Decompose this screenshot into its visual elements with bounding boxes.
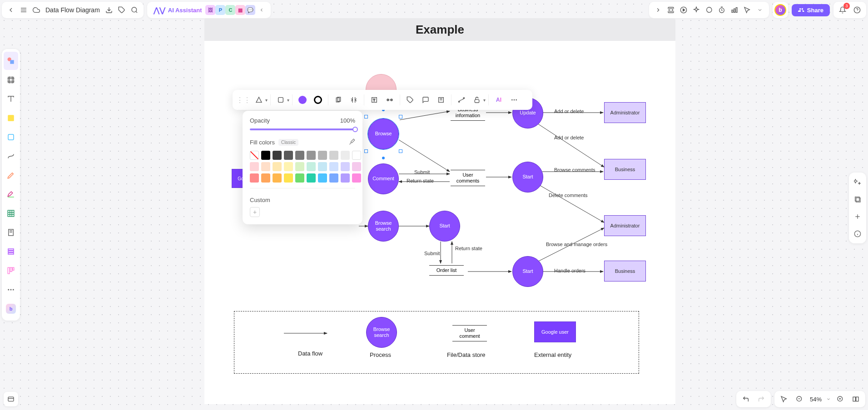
sticky-tool[interactable] bbox=[4, 109, 18, 127]
color-swatch[interactable] bbox=[273, 173, 282, 183]
node-comment[interactable]: Comment bbox=[368, 163, 399, 194]
cursor-button[interactable] bbox=[741, 4, 754, 16]
color-swatch[interactable] bbox=[250, 173, 259, 183]
color-swatch[interactable] bbox=[341, 173, 350, 183]
node-admin1[interactable]: Administrator bbox=[604, 102, 646, 123]
search-button[interactable] bbox=[128, 4, 141, 16]
doc-title[interactable]: Data Flow Diagram bbox=[43, 6, 103, 14]
color-popover[interactable]: Opacity 100% Fill colors Classic Custom … bbox=[243, 111, 362, 224]
select-mode-button[interactable] bbox=[777, 392, 791, 406]
eyedropper-button[interactable] bbox=[349, 138, 355, 146]
more-options-button[interactable] bbox=[507, 93, 521, 107]
selection-handle-tl[interactable] bbox=[364, 115, 368, 119]
ai-assistant-label[interactable]: AI Assistant bbox=[168, 7, 202, 14]
node-browse-selection[interactable]: Browse bbox=[366, 117, 401, 151]
magic-tool[interactable] bbox=[851, 175, 864, 189]
color-swatch[interactable] bbox=[352, 162, 361, 171]
color-swatch[interactable] bbox=[261, 151, 270, 160]
flip-button[interactable] bbox=[347, 93, 361, 107]
chat-button[interactable] bbox=[703, 4, 715, 16]
table-tool[interactable] bbox=[4, 204, 18, 222]
fill-color-button[interactable] bbox=[295, 93, 310, 107]
shape-type-button[interactable] bbox=[252, 93, 266, 107]
node-admin2[interactable]: Administrator bbox=[604, 215, 646, 236]
ai-collapse-button[interactable] bbox=[255, 4, 268, 16]
layers-tool[interactable] bbox=[851, 193, 864, 206]
play-button[interactable] bbox=[677, 4, 690, 16]
logo-pill[interactable]: b bbox=[773, 2, 788, 18]
zoom-percentage[interactable]: 54% bbox=[808, 396, 823, 403]
templates-tool[interactable]: b bbox=[4, 300, 18, 318]
timer-button[interactable] bbox=[715, 4, 728, 16]
tag-shape-button[interactable] bbox=[403, 93, 417, 107]
node-start-orders[interactable]: Start bbox=[512, 256, 543, 287]
text-style-button[interactable]: T bbox=[367, 93, 382, 107]
color-swatch[interactable] bbox=[329, 162, 338, 171]
shapes-tool[interactable] bbox=[4, 52, 18, 70]
legend-process-node[interactable]: Browse search bbox=[366, 317, 397, 348]
undo-button[interactable] bbox=[739, 392, 753, 406]
node-browse[interactable]: Browse bbox=[368, 119, 399, 149]
chevron-icon[interactable]: ▾ bbox=[265, 98, 268, 103]
color-swatch[interactable] bbox=[273, 162, 282, 171]
node-business2[interactable]: Business bbox=[604, 261, 646, 282]
help-button[interactable] bbox=[851, 4, 863, 16]
package-button[interactable] bbox=[665, 4, 677, 16]
avatar-chat[interactable]: 💬 bbox=[245, 5, 255, 15]
fit-button[interactable] bbox=[849, 392, 863, 406]
expand-button[interactable] bbox=[652, 4, 665, 16]
color-swatch[interactable] bbox=[261, 162, 270, 171]
opacity-slider[interactable] bbox=[250, 128, 355, 130]
avatar-c[interactable]: C bbox=[225, 5, 235, 15]
color-swatch[interactable] bbox=[341, 162, 350, 171]
add-custom-color-button[interactable]: + bbox=[250, 207, 260, 217]
add-tool[interactable] bbox=[851, 210, 864, 223]
note-button[interactable] bbox=[434, 93, 448, 107]
legend-store-node[interactable]: User comment bbox=[452, 325, 487, 341]
color-swatch[interactable] bbox=[307, 162, 316, 171]
color-swatch[interactable] bbox=[329, 151, 338, 160]
zoom-in-button[interactable] bbox=[833, 392, 847, 406]
connector-style-button[interactable] bbox=[454, 93, 469, 107]
link-button[interactable] bbox=[382, 93, 397, 107]
color-swatch[interactable] bbox=[284, 151, 293, 160]
kanban-tool[interactable] bbox=[4, 262, 18, 280]
color-swatch[interactable] bbox=[250, 151, 259, 160]
tag-button[interactable] bbox=[115, 4, 128, 16]
color-swatch[interactable] bbox=[318, 173, 327, 183]
color-swatch[interactable] bbox=[318, 151, 327, 160]
chevron-icon[interactable]: ▾ bbox=[483, 98, 486, 103]
avatar-p[interactable]: P bbox=[215, 5, 225, 15]
color-swatch[interactable] bbox=[295, 173, 304, 183]
stroke-color-button[interactable] bbox=[311, 93, 325, 107]
selection-handle-tr[interactable] bbox=[399, 115, 402, 119]
swap-shape-button[interactable] bbox=[273, 93, 288, 107]
back-button[interactable] bbox=[5, 4, 17, 16]
list-tool[interactable] bbox=[4, 242, 18, 261]
store-order-list[interactable]: Order list bbox=[429, 265, 464, 276]
shape-toolbar[interactable]: ⋮⋮ ▾ ▾ T ▾ AI bbox=[233, 90, 532, 110]
zoom-out-button[interactable] bbox=[793, 392, 806, 406]
copy-style-button[interactable] bbox=[331, 93, 346, 107]
chevron-icon[interactable]: ▾ bbox=[287, 98, 289, 103]
color-swatch[interactable] bbox=[329, 173, 338, 183]
classic-pill[interactable]: Classic bbox=[278, 139, 298, 146]
share-button[interactable]: Share bbox=[792, 4, 830, 16]
node-business1[interactable]: Business bbox=[604, 159, 646, 180]
zoom-chevron[interactable] bbox=[825, 392, 832, 406]
frame-tool[interactable] bbox=[4, 71, 18, 89]
color-swatch[interactable] bbox=[352, 173, 361, 183]
store-user-comments[interactable]: User comments bbox=[451, 170, 485, 186]
selection-handle-bl[interactable] bbox=[364, 149, 368, 153]
bottom-left-button[interactable] bbox=[4, 392, 18, 406]
download-button[interactable] bbox=[103, 4, 115, 16]
color-swatch[interactable] bbox=[295, 162, 304, 171]
color-swatch[interactable] bbox=[261, 173, 270, 183]
node-start-mid[interactable]: Start bbox=[512, 162, 543, 193]
notification-button[interactable]: 3 bbox=[836, 4, 849, 16]
color-swatch[interactable] bbox=[307, 151, 316, 160]
chart-button[interactable] bbox=[728, 4, 741, 16]
ai-shape-button[interactable]: AI bbox=[491, 93, 506, 107]
color-swatch[interactable] bbox=[295, 151, 304, 160]
opacity-slider-thumb[interactable] bbox=[352, 127, 358, 132]
